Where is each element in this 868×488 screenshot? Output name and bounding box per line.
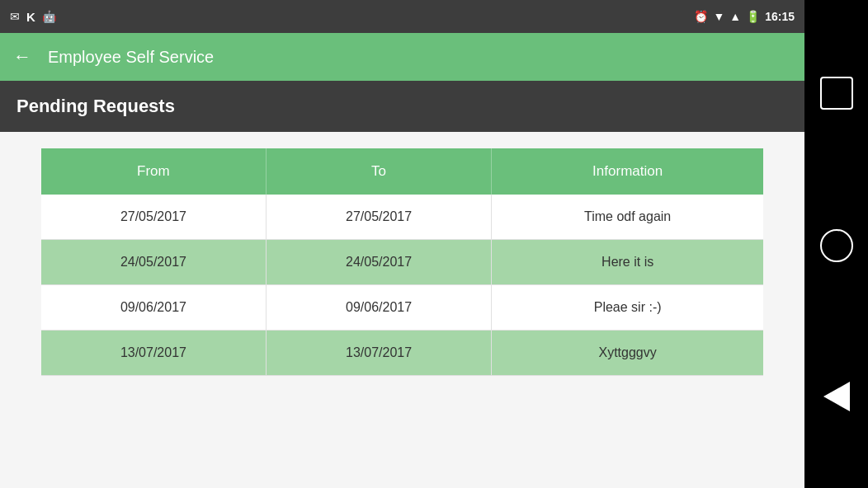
time-display: 16:15 xyxy=(765,10,795,23)
table-row[interactable]: 09/06/201709/06/2017Pleae sir :-) xyxy=(41,285,763,331)
cell-to: 27/05/2017 xyxy=(266,195,491,240)
cell-to: 13/07/2017 xyxy=(266,331,491,376)
table-header-row: From To Information xyxy=(41,148,763,195)
app-icon-k: K xyxy=(26,10,35,24)
side-panel xyxy=(804,0,868,488)
square-button[interactable] xyxy=(820,77,853,110)
app-bar-title: Employee Self Service xyxy=(48,48,214,67)
table-row[interactable]: 27/05/201727/05/2017Time odf again xyxy=(41,195,763,240)
cell-info: Time odf again xyxy=(492,195,763,240)
android-icon: 🤖 xyxy=(42,10,56,23)
col-header-info: Information xyxy=(492,148,763,195)
table-body: 27/05/201727/05/2017Time odf again24/05/… xyxy=(41,195,763,376)
table-row[interactable]: 24/05/201724/05/2017Here it is xyxy=(41,240,763,285)
main-content: From To Information 27/05/201727/05/2017… xyxy=(0,132,804,488)
cell-from: 27/05/2017 xyxy=(41,195,266,240)
back-nav-button[interactable] xyxy=(823,382,850,411)
alarm-icon: ⏰ xyxy=(694,10,708,23)
cell-from: 09/06/2017 xyxy=(41,285,266,331)
app-bar: ← Employee Self Service xyxy=(0,33,804,81)
battery-icon: 🔋 xyxy=(746,10,760,23)
circle-button[interactable] xyxy=(820,229,853,262)
back-button[interactable]: ← xyxy=(13,46,31,68)
wifi-icon: ▼ xyxy=(713,10,724,23)
cell-info: Pleae sir :-) xyxy=(492,285,763,331)
cell-to: 24/05/2017 xyxy=(266,240,491,285)
signal-icon: ▲ xyxy=(729,10,741,23)
cell-from: 24/05/2017 xyxy=(41,240,266,285)
status-bar: ✉ K 🤖 ⏰ ▼ ▲ 🔋 16:15 xyxy=(0,0,804,33)
cell-to: 09/06/2017 xyxy=(266,285,491,331)
table-row[interactable]: 13/07/201713/07/2017Xyttgggvy xyxy=(41,331,763,376)
section-header: Pending Requests xyxy=(0,81,804,132)
requests-table: From To Information 27/05/201727/05/2017… xyxy=(41,148,763,376)
status-bar-right: ⏰ ▼ ▲ 🔋 16:15 xyxy=(694,10,795,23)
col-header-to: To xyxy=(266,148,491,195)
page-title: Pending Requests xyxy=(17,96,175,116)
cell-info: Xyttgggvy xyxy=(492,331,763,376)
cell-info: Here it is xyxy=(492,240,763,285)
col-header-from: From xyxy=(41,148,266,195)
status-bar-left: ✉ K 🤖 xyxy=(10,10,56,24)
gmail-icon: ✉ xyxy=(10,10,20,23)
cell-from: 13/07/2017 xyxy=(41,331,266,376)
